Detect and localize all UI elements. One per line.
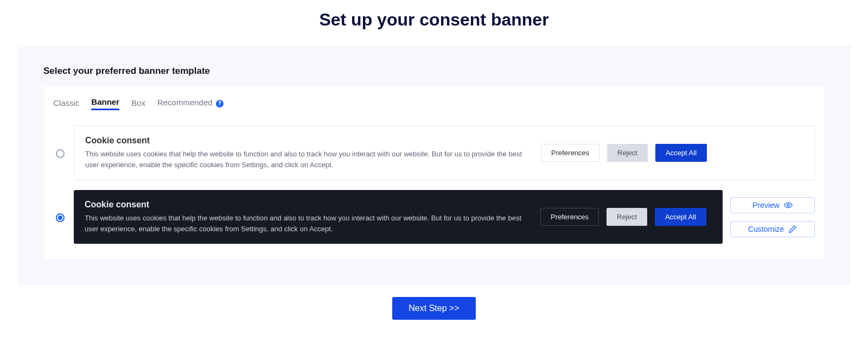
banner-dark-text: Cookie consent This website uses cookies… [85, 200, 529, 234]
section-label: Select your preferred banner template [43, 66, 825, 77]
next-step-button[interactable]: Next Step >> [392, 297, 475, 320]
preview-button-label: Preview [752, 201, 780, 210]
template-tabs: Classic Banner Box Recommended ? [53, 93, 815, 116]
eye-icon [784, 201, 793, 210]
accept-button-dark[interactable]: Accept All [655, 208, 706, 226]
tab-banner[interactable]: Banner [91, 95, 119, 110]
accept-button-light[interactable]: Accept All [655, 144, 707, 162]
tab-classic[interactable]: Classic [53, 96, 79, 110]
tab-box[interactable]: Box [131, 96, 145, 110]
customize-button-label: Customize [748, 225, 784, 233]
preferences-button-dark[interactable]: Preferences [540, 208, 599, 226]
side-actions: Preview Customize [730, 197, 815, 237]
footer: Next Step >> [0, 285, 868, 332]
banner-dark-buttons: Preferences Reject Accept All [540, 208, 706, 226]
banner-dark-desc: This website uses cookies that help the … [85, 213, 529, 234]
banner-option-dark: Cookie consent This website uses cookies… [53, 190, 815, 244]
banner-preview-light[interactable]: Cookie consent This website uses cookies… [74, 125, 815, 180]
banner-light-text: Cookie consent This website uses cookies… [85, 136, 530, 170]
banner-light-buttons: Preferences Reject Accept All [541, 144, 707, 162]
banner-light-desc: This website uses cookies that help the … [85, 149, 530, 170]
radio-dark[interactable] [56, 213, 65, 222]
radio-light[interactable] [56, 149, 65, 158]
svg-point-0 [787, 204, 789, 206]
customize-button[interactable]: Customize [730, 221, 815, 237]
banner-preview-dark[interactable]: Cookie consent This website uses cookies… [74, 190, 723, 244]
page-title: Set up your consent banner [0, 0, 868, 30]
template-card: Classic Banner Box Recommended ? Cookie … [43, 86, 825, 259]
preferences-button-light[interactable]: Preferences [541, 144, 599, 162]
pencil-icon [788, 225, 797, 233]
tab-recommended-label: Recommended [157, 98, 213, 107]
banner-dark-title: Cookie consent [85, 200, 529, 210]
reject-button-dark[interactable]: Reject [607, 208, 647, 226]
reject-button-light[interactable]: Reject [607, 144, 648, 162]
tab-recommended[interactable]: Recommended ? [157, 96, 224, 109]
setup-panel: Select your preferred banner template Cl… [17, 45, 851, 285]
banner-option-light: Cookie consent This website uses cookies… [53, 125, 815, 180]
preview-button[interactable]: Preview [730, 197, 815, 213]
banner-light-title: Cookie consent [85, 136, 530, 145]
help-icon[interactable]: ? [216, 100, 224, 107]
